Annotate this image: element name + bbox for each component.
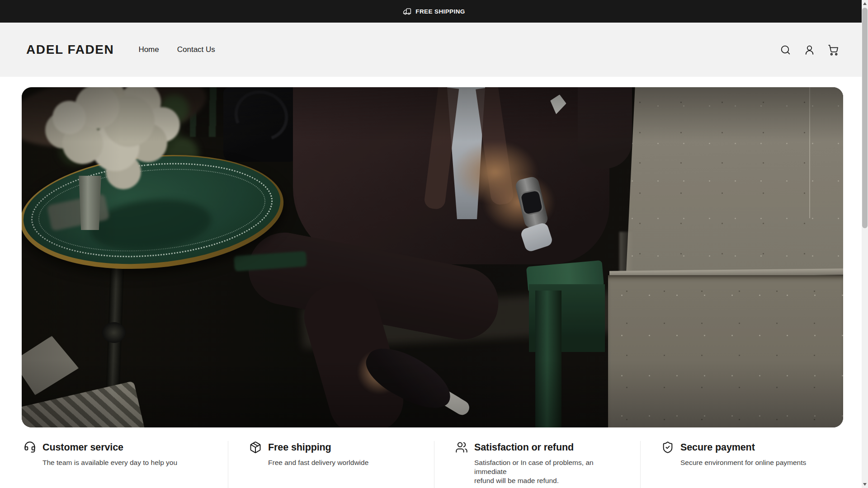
hero-image [22, 87, 843, 427]
scrollbar-up-arrow[interactable] [862, 0, 868, 7]
scrollbar-thumb[interactable] [862, 8, 868, 228]
cart-button[interactable] [827, 44, 839, 56]
main-nav: Home Contact Us [138, 45, 215, 54]
features-row: Customer service The team is available e… [22, 441, 846, 488]
feature-description: The team is available every day to help … [42, 458, 202, 467]
search-icon [780, 44, 791, 56]
header-actions [779, 44, 839, 56]
account-icon [804, 44, 815, 56]
scrollbar[interactable] [862, 0, 868, 488]
feature-description: Secure environment for online payments [680, 458, 834, 467]
announcement-bar: FREE SHIPPING [0, 0, 868, 23]
package-icon [249, 441, 262, 454]
feature-title: Free shipping [268, 442, 331, 453]
feature-secure-payment: Secure payment Secure environment for on… [640, 441, 846, 488]
feature-title: Customer service [42, 442, 123, 453]
announcement-text: FREE SHIPPING [415, 8, 465, 15]
users-icon [455, 441, 468, 454]
scrollbar-down-arrow[interactable] [862, 481, 868, 488]
feature-description: Free and fast delivery worldwide [268, 458, 421, 467]
account-button[interactable] [803, 44, 815, 56]
store-logo[interactable]: ADEL FADEN [26, 42, 114, 57]
nav-link-home[interactable]: Home [138, 45, 159, 54]
nav-link-contact-us[interactable]: Contact Us [177, 45, 215, 54]
feature-title: Secure payment [680, 442, 755, 453]
feature-title: Satisfaction or refund [474, 442, 574, 453]
feature-description: Satisfaction or In case of problems, an … [474, 458, 627, 485]
feature-satisfaction-refund: Satisfaction or refund Satisfaction or I… [434, 441, 640, 488]
feature-free-shipping: Free shipping Free and fast delivery wor… [228, 441, 434, 488]
feature-customer-service: Customer service The team is available e… [22, 441, 228, 488]
shield-check-icon [661, 441, 674, 454]
cart-icon [828, 44, 839, 56]
search-button[interactable] [779, 44, 791, 56]
headset-icon [24, 441, 36, 454]
hero-dark-overlay [22, 87, 843, 427]
truck-icon [403, 7, 411, 16]
site-header: ADEL FADEN Home Contact Us [0, 23, 862, 77]
